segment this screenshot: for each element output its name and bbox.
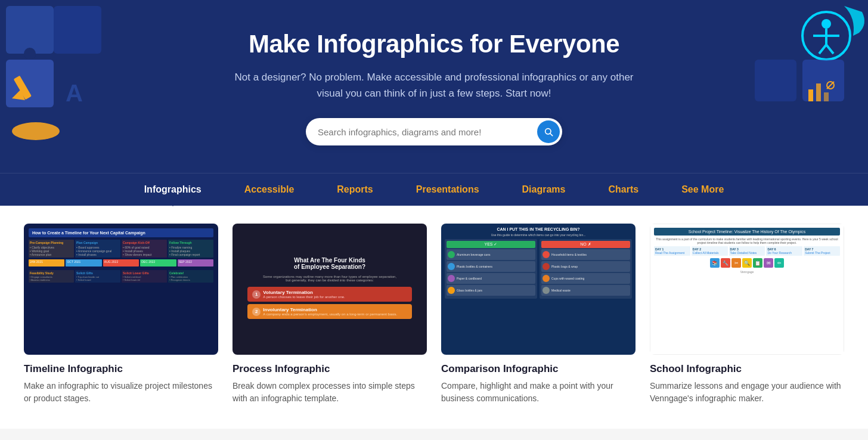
search-input[interactable]: [318, 127, 537, 137]
svg-rect-3: [6, 60, 54, 107]
card-title-comparison: Comparison Infographic: [441, 363, 636, 375]
svg-text:A: A: [66, 80, 83, 106]
hero-subtitle: Not a designer? No problem. Make accessi…: [231, 69, 637, 101]
hero-title: Make Infographics for Everyone: [12, 30, 856, 58]
hero-decoration-left: A: [0, 0, 131, 143]
card-image-process: What Are The Four Kindsof Employee Separ…: [232, 224, 427, 355]
card-desc-timeline: Make an infographic to visualize project…: [24, 380, 218, 405]
search-button[interactable]: [537, 120, 560, 143]
hero-section: A Make Infographics for Every: [0, 0, 868, 173]
card-timeline[interactable]: How to Create a Timeline for Your Next C…: [24, 224, 218, 405]
search-bar: [306, 118, 562, 145]
card-desc-comparison: Compare, highlight and make a point with…: [441, 380, 636, 405]
card-title-timeline: Timeline Infographic: [24, 363, 218, 375]
svg-rect-14: [755, 60, 796, 101]
card-desc-school: Summarize lessons and engage your audien…: [650, 380, 844, 405]
svg-line-13: [826, 45, 833, 54]
nav-item-see-more[interactable]: See More: [660, 173, 745, 206]
hero-decoration-right: [749, 0, 868, 143]
svg-point-7: [12, 122, 60, 140]
card-image-school: School Project Timeline: Visualize The H…: [650, 224, 844, 355]
cards-section: How to Create a Timeline for Your Next C…: [0, 206, 868, 429]
nav-item-reports[interactable]: Reports: [315, 173, 394, 206]
card-school[interactable]: School Project Timeline: Visualize The H…: [650, 224, 844, 405]
category-nav: Infographics Accessible Reports Presenta…: [0, 173, 868, 206]
card-title-process: Process Infographic: [232, 363, 427, 375]
svg-line-22: [550, 134, 553, 136]
svg-point-1: [24, 48, 36, 60]
nav-item-presentations[interactable]: Presentations: [395, 173, 501, 206]
nav-item-diagrams[interactable]: Diagrams: [501, 173, 587, 206]
svg-rect-17: [816, 83, 821, 101]
nav-item-charts[interactable]: Charts: [587, 173, 660, 206]
nav-item-infographics[interactable]: Infographics: [123, 173, 223, 206]
card-process[interactable]: What Are The Four Kindsof Employee Separ…: [232, 224, 427, 405]
svg-rect-2: [54, 6, 101, 54]
svg-rect-18: [824, 92, 829, 101]
svg-point-9: [822, 19, 831, 29]
nav-item-accessible[interactable]: Accessible: [223, 173, 316, 206]
svg-rect-0: [6, 6, 54, 54]
card-image-comparison: CAN I PUT THIS IN THE RECYCLING BIN? Use…: [441, 224, 636, 355]
card-title-school: School Infographic: [650, 363, 844, 375]
search-icon: [544, 127, 553, 137]
svg-rect-16: [808, 89, 813, 101]
card-desc-process: Break down complex processes into simple…: [232, 380, 427, 405]
card-image-timeline: How to Create a Timeline for Your Next C…: [24, 224, 218, 355]
card-comparison[interactable]: CAN I PUT THIS IN THE RECYCLING BIN? Use…: [441, 224, 636, 405]
cards-row: How to Create a Timeline for Your Next C…: [24, 224, 844, 405]
svg-line-12: [819, 45, 826, 54]
